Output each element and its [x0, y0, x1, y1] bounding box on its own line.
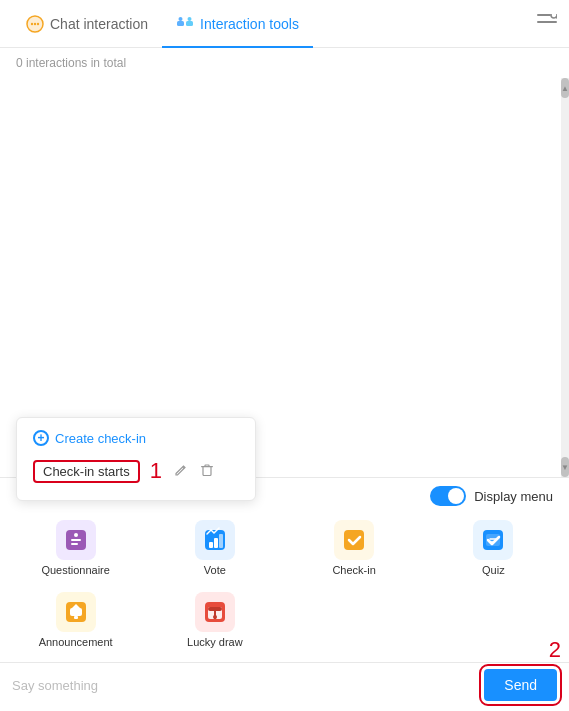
svg-point-8	[188, 17, 192, 21]
announcement-icon	[56, 592, 96, 632]
chat-tab-icon	[26, 15, 44, 33]
tab-chat-label: Chat interaction	[50, 16, 148, 32]
announcement-label: Announcement	[39, 636, 113, 648]
tool-item-checkin[interactable]: Check-in	[287, 514, 422, 582]
tool-item-questionnaire[interactable]: Questionnaire	[8, 514, 143, 582]
tool-grid: Questionnaire Vote	[0, 510, 569, 662]
toggle-knob	[448, 488, 464, 504]
svg-rect-6	[186, 21, 193, 26]
tab-tools[interactable]: Interaction tools	[162, 1, 313, 48]
header-right	[537, 14, 557, 34]
scroll-up-button[interactable]: ▲	[561, 78, 569, 98]
tool-item-luckydraw[interactable]: Lucky draw	[147, 586, 282, 654]
main-content: 0 interactions in total ▲ ▼ 《 + Create c…	[0, 48, 569, 711]
send-button[interactable]: Send	[484, 669, 557, 701]
svg-rect-20	[214, 538, 218, 548]
tool-item-quiz[interactable]: Quiz	[426, 514, 561, 582]
input-area: Say something 2 Send	[0, 662, 569, 711]
plus-icon: +	[33, 430, 49, 446]
questionnaire-label: Questionnaire	[41, 564, 110, 576]
scroll-down-button[interactable]: ▼	[561, 457, 569, 477]
svg-point-2	[31, 22, 33, 24]
quiz-icon	[473, 520, 513, 560]
count-label: 0 interactions in total	[16, 56, 126, 70]
tools-tab-icon	[176, 15, 194, 33]
questionnaire-icon	[56, 520, 96, 560]
display-menu-label: Display menu	[474, 489, 553, 504]
header: Chat interaction Interaction tools	[0, 0, 569, 48]
svg-rect-17	[71, 543, 78, 545]
luckydraw-label: Lucky draw	[187, 636, 243, 648]
tool-item-vote[interactable]: Vote	[147, 514, 282, 582]
svg-rect-10	[537, 21, 557, 23]
checkin-popup: + Create check-in Check-in starts 1	[16, 417, 256, 501]
svg-point-7	[179, 17, 183, 21]
edit-icon[interactable]	[174, 463, 188, 480]
send-btn-wrapper: 2 Send	[484, 669, 557, 701]
svg-point-34	[213, 615, 217, 619]
display-menu-toggle[interactable]	[430, 486, 466, 506]
tool-item-announcement[interactable]: Announcement	[8, 586, 143, 654]
svg-rect-5	[177, 21, 184, 26]
checkin-starts-badge: Check-in starts	[33, 460, 140, 483]
checkin-icon	[334, 520, 374, 560]
interactions-count: 0 interactions in total	[0, 48, 569, 78]
step-number-2: 2	[549, 637, 561, 663]
quiz-label: Quiz	[482, 564, 505, 576]
delete-icon[interactable]	[200, 463, 214, 480]
svg-point-15	[74, 533, 78, 537]
svg-rect-16	[71, 539, 81, 541]
menu-icon[interactable]	[537, 14, 557, 34]
tab-chat[interactable]: Chat interaction	[12, 1, 162, 48]
svg-point-4	[37, 22, 39, 24]
checkin-label: Check-in	[332, 564, 375, 576]
vote-label: Vote	[204, 564, 226, 576]
svg-line-12	[556, 17, 557, 19]
checkin-item-row: Check-in starts 1	[33, 458, 239, 484]
svg-point-3	[34, 22, 36, 24]
step-number-1: 1	[150, 458, 162, 484]
scrollbar[interactable]: ▲ ▼	[561, 78, 569, 477]
create-checkin-link[interactable]: + Create check-in	[33, 430, 239, 446]
luckydraw-icon	[195, 592, 235, 632]
svg-rect-22	[344, 530, 364, 550]
bottom-section: Display menu Questionnaire	[0, 477, 569, 711]
tab-tools-label: Interaction tools	[200, 16, 299, 32]
vote-icon	[195, 520, 235, 560]
say-something-input[interactable]: Say something	[12, 672, 476, 699]
svg-rect-9	[537, 14, 551, 16]
svg-rect-21	[219, 534, 223, 548]
svg-rect-19	[209, 542, 213, 548]
svg-rect-29	[74, 616, 78, 619]
svg-rect-27	[70, 608, 82, 616]
create-checkin-label: Create check-in	[55, 431, 146, 446]
